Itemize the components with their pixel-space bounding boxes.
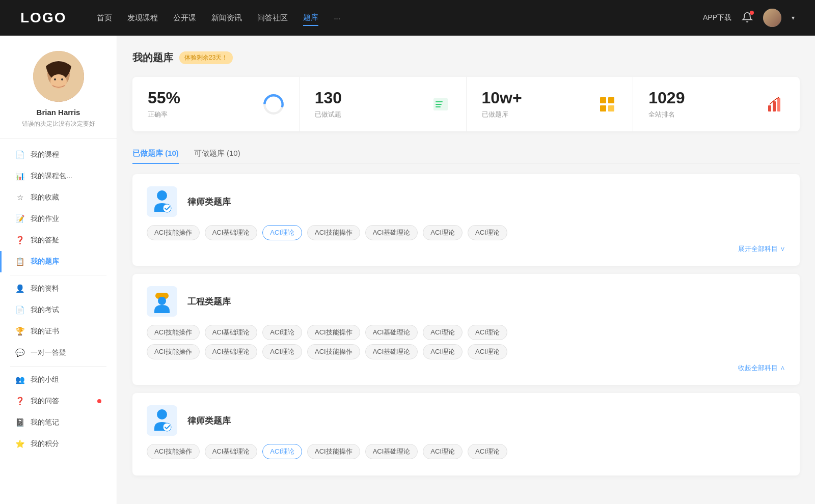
notes-label: 我的笔记	[31, 418, 101, 427]
qbank-card-lawyer-2: 律师类题库 ACI技能操作 ACI基础理论 ACI理论 ACI技能操作 ACI基…	[132, 393, 800, 475]
tag-2-1[interactable]: ACI基础理论	[205, 325, 258, 340]
notification-bell[interactable]	[742, 12, 753, 24]
app-download-link[interactable]: APP下载	[703, 13, 731, 22]
menu-qa[interactable]: ❓ 我的答疑	[0, 230, 117, 251]
menu-homework[interactable]: 📝 我的作业	[0, 208, 117, 230]
page-title: 我的题库	[132, 51, 173, 65]
menu-questions-answered[interactable]: ❓ 我的问答	[0, 390, 117, 412]
menu-my-courses[interactable]: 📄 我的课程	[0, 144, 117, 165]
done-b-info: 10w+ 已做题库	[482, 89, 589, 119]
menu-question-bank[interactable]: 📋 我的题库	[0, 251, 117, 272]
menu-exams[interactable]: 📄 我的考试	[0, 299, 117, 321]
avatar-svg	[33, 51, 84, 102]
tutoring-label: 一对一答疑	[31, 348, 101, 357]
tag-3-6[interactable]: ACI理论	[468, 444, 507, 459]
done-b-icon	[597, 94, 617, 115]
accuracy-label: 正确率	[148, 110, 255, 119]
sidebar-menu: 📄 我的课程 📊 我的课程包... ☆ 我的收藏 📝 我的作业 ❓ 我的答疑 📋	[0, 144, 117, 455]
tag-1-4[interactable]: ACI基础理论	[365, 225, 418, 240]
page-header: 我的题库 体验剩余23天！	[132, 51, 800, 65]
tag-2-3[interactable]: ACI技能操作	[307, 325, 360, 340]
expand-link-1[interactable]: 展开全部科目 ∨	[147, 244, 785, 254]
cert-icon: 🏆	[15, 327, 24, 336]
menu-points[interactable]: ⭐ 我的积分	[0, 433, 117, 455]
tag-2-2[interactable]: ACI理论	[262, 325, 302, 340]
nav-questions[interactable]: 题库	[303, 10, 318, 26]
notes-icon: 📓	[15, 418, 24, 427]
user-avatar-nav[interactable]	[763, 9, 781, 27]
engineer-figure	[149, 289, 175, 314]
tag-1-6[interactable]: ACI理论	[468, 225, 507, 240]
profile-label: 我的资料	[31, 284, 101, 293]
tag-1-2[interactable]: ACI理论	[262, 225, 302, 240]
tab-available[interactable]: 可做题库 (10)	[194, 144, 240, 163]
nav-more[interactable]: ···	[334, 11, 340, 25]
svg-rect-11	[436, 106, 441, 107]
homework-icon: 📝	[15, 214, 24, 223]
answered-label: 我的问答	[31, 397, 95, 406]
accuracy-info: 55% 正确率	[148, 89, 255, 119]
qa-label: 我的答疑	[31, 236, 101, 245]
tag-2b-3[interactable]: ACI技能操作	[307, 344, 360, 359]
tag-3-5[interactable]: ACI理论	[423, 444, 463, 459]
tag-2b-6[interactable]: ACI理论	[468, 344, 507, 359]
tag-3-3[interactable]: ACI技能操作	[307, 444, 360, 459]
tag-2-5[interactable]: ACI理论	[423, 325, 463, 340]
menu-certificates[interactable]: 🏆 我的证书	[0, 321, 117, 342]
tag-2b-4[interactable]: ACI基础理论	[365, 344, 418, 359]
donut-chart	[263, 94, 284, 115]
tag-2-0[interactable]: ACI技能操作	[147, 325, 200, 340]
stat-done-banks: 10w+ 已做题库	[467, 77, 634, 131]
tag-2b-5[interactable]: ACI理论	[423, 344, 463, 359]
rank-label: 全站排名	[648, 110, 756, 119]
rank-icon	[764, 94, 784, 115]
nav-opencourse[interactable]: 公开课	[173, 11, 196, 25]
menu-groups[interactable]: 👥 我的小组	[0, 369, 117, 390]
nav-home[interactable]: 首页	[97, 11, 112, 25]
answered-icon: ❓	[15, 397, 24, 406]
menu-profile[interactable]: 👤 我的资料	[0, 278, 117, 299]
svg-rect-13	[608, 97, 614, 103]
points-label: 我的积分	[31, 439, 101, 449]
svg-rect-16	[768, 105, 771, 111]
collapse-link-2[interactable]: 收起全部科目 ∧	[147, 363, 785, 373]
nav-discover[interactable]: 发现课程	[127, 11, 158, 25]
tag-2b-2[interactable]: ACI理论	[262, 344, 302, 359]
main-layout: Brian Harris 错误的决定比没有决定要好 📄 我的课程 📊 我的课程包…	[0, 36, 815, 504]
tag-1-3[interactable]: ACI技能操作	[307, 225, 360, 240]
menu-divider-1	[10, 275, 106, 275]
sidebar: Brian Harris 错误的决定比没有决定要好 📄 我的课程 📊 我的课程包…	[0, 36, 117, 504]
tag-2b-0[interactable]: ACI技能操作	[147, 344, 200, 359]
menu-divider-2	[10, 366, 106, 367]
dropdown-chevron[interactable]: ▾	[792, 14, 795, 21]
menu-favorites[interactable]: ☆ 我的收藏	[0, 187, 117, 208]
logo[interactable]: LOGO	[20, 10, 66, 26]
done-b-label: 已做题库	[482, 110, 589, 119]
navbar-right: APP下载 ▾	[703, 9, 795, 27]
tab-done[interactable]: 已做题库 (10)	[132, 144, 179, 163]
lawyer-figure-2	[149, 408, 175, 433]
svg-point-20	[163, 204, 171, 212]
nav-menu: 首页 发现课程 公开课 新闻资讯 问答社区 题库 ···	[97, 10, 703, 26]
tag-2b-1[interactable]: ACI基础理论	[205, 344, 258, 359]
menu-notes[interactable]: 📓 我的笔记	[0, 412, 117, 433]
tag-3-2[interactable]: ACI理论	[262, 444, 302, 459]
tag-2-6[interactable]: ACI理论	[468, 325, 507, 340]
package-icon: 📊	[15, 172, 24, 181]
tag-3-0[interactable]: ACI技能操作	[147, 444, 200, 459]
nav-qa[interactable]: 问答社区	[257, 11, 288, 25]
menu-tutoring[interactable]: 💬 一对一答疑	[0, 342, 117, 363]
tag-1-0[interactable]: ACI技能操作	[147, 225, 200, 240]
tag-1-5[interactable]: ACI理论	[423, 225, 463, 240]
stat-done-questions: 130 已做试题	[300, 77, 467, 131]
tag-3-4[interactable]: ACI基础理论	[365, 444, 418, 459]
svg-point-19	[157, 190, 167, 201]
nav-news[interactable]: 新闻资讯	[211, 11, 242, 25]
tag-1-1[interactable]: ACI基础理论	[205, 225, 258, 240]
menu-course-package[interactable]: 📊 我的课程包...	[0, 165, 117, 187]
tag-2-4[interactable]: ACI基础理论	[365, 325, 418, 340]
user-profile: Brian Harris 错误的决定比没有决定要好	[0, 51, 117, 139]
stats-row: 55% 正确率 130 已做试题	[132, 77, 800, 131]
list-icon	[431, 95, 450, 114]
tag-3-1[interactable]: ACI基础理论	[205, 444, 258, 459]
